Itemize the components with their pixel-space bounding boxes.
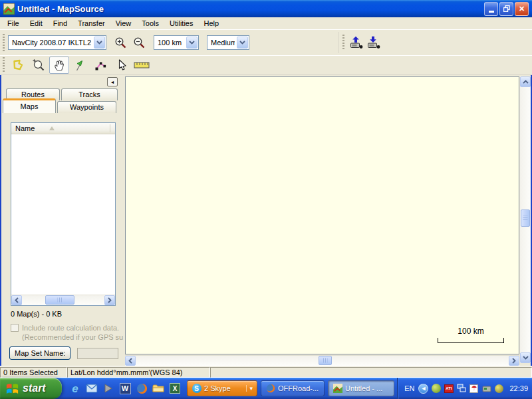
start-button[interactable]: start [0,378,62,399]
chevron-right-icon [512,358,516,364]
tab-waypoints[interactable]: Waypoints [57,101,116,113]
menu-bar: File Edit Find Transfer View Tools Utili… [0,17,532,30]
internet-explorer-icon[interactable]: e [68,382,82,395]
network-tray-icon[interactable] [456,384,466,394]
scroll-down-button[interactable] [520,352,531,363]
measure-tool-button[interactable] [132,57,152,74]
tray-collapse-chevron-icon[interactable]: ◄ [418,384,428,394]
taskbar-clock[interactable]: 22:39 [509,384,528,392]
map-scale-bar [438,338,504,343]
scroll-track[interactable] [520,87,531,352]
detail-level-value: Medium [211,39,235,47]
column-name-label: Name [15,124,35,132]
selection-tool-button[interactable] [111,57,131,74]
list-column-header-name[interactable]: Name [11,123,115,134]
status-spacer [210,367,532,378]
checkbox-label-line2: (Recommended if your GPS su [22,333,123,341]
route-tool-button[interactable] [90,57,110,74]
map-select-tool-button[interactable] [8,57,28,74]
zoom-tool-button[interactable] [29,57,49,74]
title-bar: Untitled - MapSource ✕ [0,0,532,17]
media-player-icon[interactable] [102,382,115,395]
map-set-name-button[interactable]: Map Set Name: [9,346,70,360]
word-icon[interactable]: W [118,382,132,395]
taskbar-button-skype[interactable]: S 2 Skype ▾ [187,380,257,396]
menu-utilities[interactable]: Utilities [164,17,198,29]
group-expand-arrow-icon[interactable]: ▾ [246,385,253,392]
chevron-down-icon[interactable] [94,37,105,49]
measure-ruler-icon [134,60,150,70]
restore-button[interactable] [499,2,513,16]
send-to-device-button[interactable] [348,34,365,51]
status-selection-label: 0 Items Selected [3,368,58,376]
windows-flag-icon [5,382,19,396]
chevron-right-icon [108,297,112,303]
ati-tray-icon[interactable]: ATI [444,384,454,394]
zoom-in-icon [114,37,127,49]
messenger-tray-icon[interactable] [431,384,441,394]
minimize-button[interactable] [484,2,498,16]
map-vertical-scrollbar[interactable] [520,76,531,363]
menu-file[interactable]: File [2,17,25,29]
hand-pan-tool-button[interactable] [49,57,69,74]
close-button[interactable]: ✕ [515,2,529,16]
menu-transfer[interactable]: Transfer [72,17,110,29]
status-position-label: Lat/Lon hddd°mm.mmm'(WGS 84) [70,368,183,376]
zoom-out-button[interactable] [130,34,148,51]
collapse-left-icon: ◄ [110,80,115,84]
waypoint-flag-icon [73,59,86,72]
chevron-left-icon [128,358,132,364]
list-horizontal-scrollbar[interactable] [11,295,115,305]
language-indicator[interactable]: EN [404,384,416,392]
scroll-right-button[interactable] [104,295,115,305]
scroll-thumb[interactable] [45,295,74,305]
minimize-icon [489,11,494,13]
toolbar-grip[interactable] [3,34,5,51]
waypoint-tool-button[interactable] [70,57,90,74]
maps-list[interactable]: Name [11,122,116,306]
scroll-thumb[interactable] [319,356,332,365]
map-canvas[interactable]: 100 km [125,76,519,354]
globe-tray-icon[interactable] [494,384,504,394]
zoom-scale-combobox[interactable]: 100 km [154,35,199,50]
menu-edit[interactable]: Edit [25,17,48,29]
firefox-icon[interactable] [135,382,148,395]
scroll-track[interactable] [136,356,509,366]
outlook-express-icon[interactable] [85,382,98,395]
include-route-data-checkbox[interactable] [11,324,19,332]
menu-find[interactable]: Find [48,17,72,29]
taskbar-button-mapsource[interactable]: Untitled - ... [328,380,394,396]
map-set-name-input[interactable] [77,348,118,359]
map-select-tool-icon [11,59,25,72]
tab-tracks[interactable]: Tracks [61,88,118,100]
thumb-grip-icon [57,298,62,303]
menu-view[interactable]: View [110,17,137,29]
receive-from-device-button[interactable] [365,34,382,51]
menu-tools[interactable]: Tools [136,17,164,29]
chevron-down-icon[interactable] [237,37,248,49]
tab-maps[interactable]: Maps [3,98,56,113]
status-selection: 0 Items Selected [0,367,67,378]
scroll-up-button[interactable] [520,76,531,87]
menu-help[interactable]: Help [198,17,224,29]
zoom-out-icon [133,37,146,49]
avira-tray-icon[interactable]: ☂ [469,384,479,394]
taskbar-button-firefox[interactable]: OFFRoad-... [261,380,325,396]
chevron-down-icon[interactable] [186,37,198,49]
collapse-panel-button[interactable]: ◄ [107,77,118,86]
scroll-left-button[interactable] [125,356,136,366]
scroll-right-button[interactable] [509,356,519,366]
map-horizontal-scrollbar[interactable] [125,355,519,366]
excel-icon[interactable]: X [168,382,182,395]
map-product-combobox[interactable]: NavCity 2008.07 IKLTL2 [8,35,106,50]
detail-level-combobox[interactable]: Medium [207,35,249,50]
toolbar-grip[interactable] [342,35,344,51]
zoom-in-button[interactable] [112,34,129,51]
scroll-thumb[interactable] [521,209,530,227]
folder-icon[interactable] [152,382,165,395]
removable-drive-tray-icon[interactable] [481,384,491,394]
scroll-track[interactable] [22,295,104,305]
mapsource-app-icon [3,3,15,15]
toolbar-grip[interactable] [3,57,5,73]
scroll-left-button[interactable] [11,295,22,305]
